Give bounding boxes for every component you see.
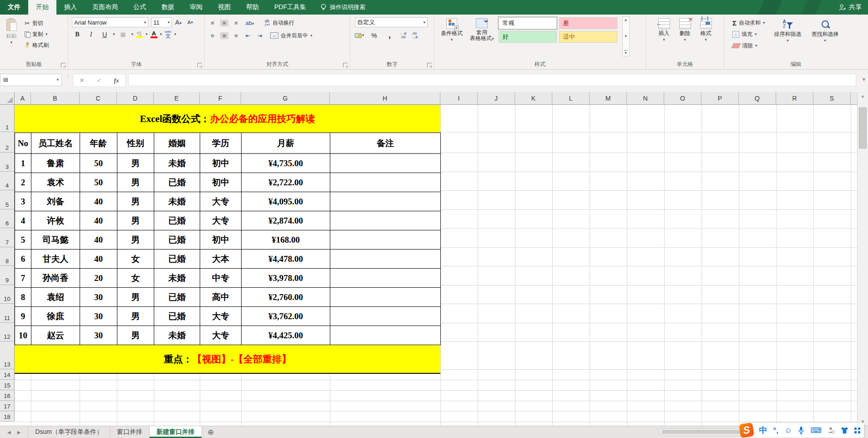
table-cell[interactable]: 40	[80, 192, 117, 211]
format-as-table-button[interactable]: 套用表格格式▾	[467, 16, 497, 43]
tab-数据[interactable]: 数据	[154, 0, 182, 15]
table-cell[interactable]: 大专	[200, 307, 242, 326]
row-header-9[interactable]: 9	[0, 266, 14, 285]
table-cell[interactable]: ¥2,760.00	[242, 288, 330, 307]
emoji-icon[interactable]: ☺	[784, 427, 792, 434]
table-cell[interactable]: 10	[15, 326, 31, 345]
title-banner[interactable]: Excel函数公式： 办公必备的应用技巧解读	[15, 105, 440, 132]
table-cell[interactable]: 女	[117, 250, 154, 269]
table-cell[interactable]: 初中	[200, 230, 242, 250]
table-cell[interactable]: 7	[15, 269, 31, 288]
row-header-7[interactable]: 7	[0, 228, 14, 247]
tab-视图[interactable]: 视图	[210, 0, 238, 15]
column-header-L[interactable]: L	[552, 92, 590, 104]
table-cell[interactable]: 40	[80, 250, 117, 269]
table-cell[interactable]: 已婚	[154, 307, 200, 326]
copy-button[interactable]: 复制 ▾	[23, 29, 50, 39]
table-cell[interactable]: 高中	[200, 288, 242, 307]
namebox-resize-handle[interactable]: ⋮	[65, 75, 71, 78]
row-header-18[interactable]: 18	[0, 411, 14, 422]
gallery-up-icon[interactable]: ▲	[624, 18, 628, 22]
table-cell[interactable]: 40	[80, 211, 117, 230]
comma-style-button[interactable]: ,	[384, 31, 395, 40]
new-sheet-button[interactable]: ⊕	[202, 426, 219, 438]
column-header-J[interactable]: J	[478, 92, 515, 104]
column-header-I[interactable]: I	[440, 92, 478, 104]
align-bottom-icon[interactable]: ≡	[232, 20, 240, 26]
column-header-M[interactable]: M	[590, 92, 627, 104]
borders-button[interactable]: ⊞	[118, 30, 129, 39]
table-cell[interactable]: 袁绍	[31, 288, 80, 307]
font-color-button[interactable]: A	[151, 31, 157, 38]
row-header-11[interactable]: 11	[0, 304, 14, 323]
name-box[interactable]: I8 ▾	[0, 74, 62, 86]
table-cell[interactable]: ¥3,978.00	[242, 269, 330, 288]
table-cell[interactable]: 已婚	[154, 211, 200, 230]
table-cell[interactable]: 大专	[200, 326, 242, 345]
font-name-combo[interactable]: Arial Narrow ▾	[72, 17, 148, 27]
dialog-launcher-icon[interactable]	[343, 63, 348, 67]
dialog-launcher-icon[interactable]	[61, 63, 66, 67]
table-cell[interactable]: 5	[15, 230, 31, 250]
sheet-tab-新建窗口并排[interactable]: 新建窗口并排	[150, 426, 202, 438]
table-cell[interactable]	[330, 307, 441, 326]
italic-button[interactable]: I	[86, 30, 96, 39]
table-cell[interactable]: 大专	[200, 211, 242, 230]
column-header-N[interactable]: N	[627, 92, 664, 104]
table-cell[interactable]	[330, 192, 441, 211]
align-center-icon[interactable]: ≡	[220, 32, 228, 39]
column-header-Q[interactable]: Q	[739, 92, 776, 104]
toolbox-grid-icon[interactable]	[854, 428, 857, 430]
cell-style-好[interactable]: 好	[499, 31, 557, 43]
align-right-icon[interactable]: ≡	[232, 32, 240, 39]
grow-font-button[interactable]: A▴	[173, 18, 184, 27]
paste-button[interactable]: 粘贴 ▾	[3, 16, 20, 46]
number-format-combo[interactable]: 自定义 ▾	[355, 17, 428, 27]
row-header-3[interactable]: 3	[0, 153, 14, 172]
cell-style-常规[interactable]: 常规	[499, 17, 557, 29]
table-cell[interactable]: 已婚	[154, 288, 200, 307]
column-header-F[interactable]: F	[200, 92, 241, 104]
sort-filter-button[interactable]: AZ 排序和筛选 ▾	[772, 16, 804, 45]
fill-button[interactable]: ↓ 填充 ▾	[731, 29, 767, 39]
table-cell[interactable]: 男	[117, 154, 154, 173]
percent-style-button[interactable]: %	[369, 31, 380, 40]
soft-keyboard-icon[interactable]: ⌨	[810, 427, 822, 434]
table-cell[interactable]: 3	[15, 192, 31, 211]
select-all-button[interactable]	[0, 92, 15, 105]
table-cell[interactable]: ¥4,095.00	[242, 192, 330, 211]
table-cell[interactable]: 9	[15, 307, 31, 326]
align-middle-icon[interactable]: ≡	[220, 20, 228, 26]
row-header-6[interactable]: 6	[0, 209, 14, 229]
sheet-nav-right-icon[interactable]: ▶	[17, 430, 21, 435]
row-header-13[interactable]: 13	[0, 341, 14, 369]
table-cell[interactable]: 男	[117, 211, 154, 230]
column-header-K[interactable]: K	[515, 92, 552, 104]
footer-banner[interactable]: 重点： 【视图】-【全部重排】	[15, 345, 440, 374]
cut-button[interactable]: ✂ 剪切	[23, 18, 50, 28]
insert-cells-button[interactable]: ← 插入 ▾	[656, 16, 673, 44]
table-cell[interactable]: 未婚	[154, 192, 200, 211]
tab-开始[interactable]: 开始	[28, 0, 56, 15]
row-header-16[interactable]: 16	[0, 390, 14, 401]
row-header-4[interactable]: 4	[0, 172, 14, 191]
sogou-logo-icon[interactable]: S	[739, 423, 754, 438]
vertical-scrollbar[interactable]: ▲ ▼	[857, 92, 868, 426]
share-button[interactable]: 共享	[838, 0, 862, 15]
horizontal-scroll-thumb[interactable]	[662, 430, 748, 434]
font-size-combo[interactable]: 11 ▾	[151, 17, 172, 27]
table-cell[interactable]: 已婚	[154, 173, 200, 192]
table-cell[interactable]	[330, 230, 441, 250]
tab-公式[interactable]: 公式	[126, 0, 154, 15]
table-cell[interactable]: ¥2,722.00	[242, 173, 330, 192]
row-header-8[interactable]: 8	[0, 247, 14, 266]
tell-me-search[interactable]: 操作说明搜索	[314, 0, 372, 15]
table-cell[interactable]: 50	[80, 154, 117, 173]
row-header-14[interactable]: 14	[0, 369, 14, 380]
table-cell[interactable]: 男	[117, 326, 154, 345]
table-cell[interactable]: 30	[80, 288, 117, 307]
bold-button[interactable]: B	[72, 30, 83, 39]
table-cell[interactable]: 8	[15, 288, 31, 307]
ime-punctuation[interactable]: °,	[773, 427, 779, 434]
table-cell[interactable]: 孙尚香	[31, 269, 80, 288]
